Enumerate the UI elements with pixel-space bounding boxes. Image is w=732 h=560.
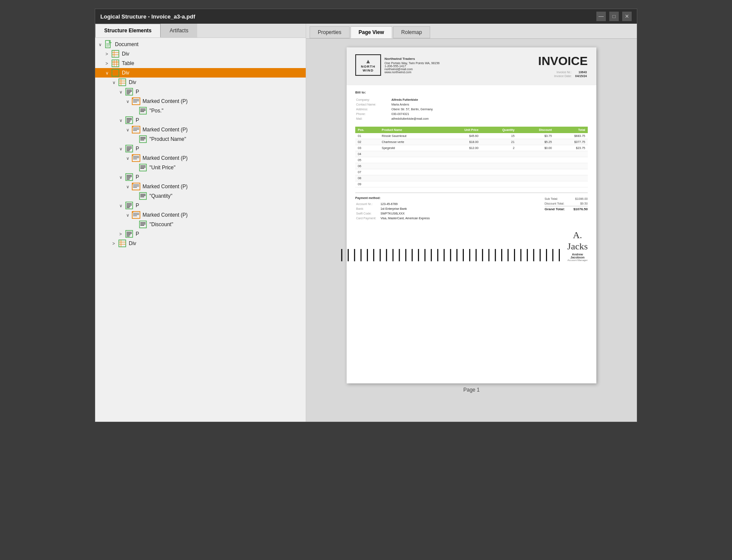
page-view-container[interactable]: ▲ NORTH WIND Northwind Traders One Porta… (306, 39, 637, 422)
div3-icon (118, 78, 127, 86)
invoice-meta: Invoice Nr.: 10643 Invoice Date: 04/15/2… (538, 70, 588, 78)
tab-properties[interactable]: Properties (310, 26, 350, 38)
payment-details-table: Account Nr.: 123-45-6789 Bank: 1st Enter… (355, 201, 431, 221)
toggle-mc2[interactable] (124, 127, 130, 133)
p5-icon (125, 202, 133, 209)
table-row: 04 (355, 151, 588, 157)
bill-label-address: Address: (356, 107, 391, 111)
toggle-p2[interactable] (118, 117, 124, 123)
tree-node-mc2[interactable]: Marked Content (P) (95, 125, 306, 134)
cell-discount: $3.75 (517, 133, 555, 139)
tree-container[interactable]: Document Div (95, 38, 306, 422)
tree-node-document[interactable]: Document (95, 40, 306, 49)
tab-rolemap[interactable]: Rolemap (393, 26, 430, 38)
right-tabs-bar: Properties Page View Rolemap (306, 24, 637, 39)
tree-node-txt1[interactable]: "Pos." (95, 106, 306, 115)
toggle-div4[interactable] (111, 240, 117, 246)
tree-node-txt4[interactable]: "Quantity" (95, 191, 306, 201)
bill-to-heading: Bill to: (355, 90, 588, 94)
tree-node-div1[interactable]: Div (95, 49, 306, 59)
node-label-mc1: Marked Content (P) (143, 98, 188, 104)
tree-node-txt3[interactable]: "Unit Price" (95, 163, 306, 172)
invoice-header: ▲ NORTH WIND Northwind Traders One Porta… (347, 47, 596, 85)
node-label-p5: P (136, 202, 139, 208)
node-label-p3: P (136, 146, 139, 152)
cell-product: Rössle Sauerkraut (379, 133, 441, 139)
node-label-div1: Div (122, 51, 129, 57)
totals-section: Payment method: Account Nr.: 123-45-6789… (355, 193, 588, 221)
toggle-p6[interactable] (118, 231, 124, 237)
tab-structure-elements[interactable]: Structure Elements (95, 24, 161, 37)
col-product: Product Name (379, 127, 441, 133)
subtotal-label: Sub Total: (545, 197, 558, 200)
invoice-title-area: INVOICE Invoice Nr.: 10643 Invoice Date: (538, 54, 588, 78)
invoice-title: INVOICE (538, 54, 588, 68)
payment-bank-value: 1st Enterprise Bank (381, 207, 430, 211)
toggle-table[interactable] (104, 60, 110, 66)
bill-value-phone: 030-0074321 (391, 112, 587, 116)
toggle-p3[interactable] (118, 146, 124, 152)
tree-node-p4[interactable]: P (95, 172, 306, 182)
cell-total: $683.75 (555, 133, 588, 139)
table-row: 08 (355, 175, 588, 181)
p3-icon (125, 145, 133, 152)
toggle-document[interactable] (97, 41, 103, 47)
tree-node-p6[interactable]: P (95, 229, 306, 239)
toggle-div2[interactable] (104, 70, 110, 76)
tree-node-txt5[interactable]: "Discount" (95, 220, 306, 229)
tree-node-mc5[interactable]: Marked Content (P) (95, 210, 306, 220)
node-label-document: Document (115, 41, 139, 47)
left-panel: Structure Elements Artifacts (95, 24, 306, 422)
toggle-p4[interactable] (118, 174, 124, 180)
bill-label-contact: Contact Name: (356, 103, 391, 106)
discount-line: Discount Total: $9.50 (545, 201, 588, 206)
tree-node-mc1[interactable]: Marked Content (P) (95, 96, 306, 106)
cell-unit-price: $45.60 (441, 133, 481, 139)
svg-rect-17 (119, 79, 126, 86)
tree-node-mc3[interactable]: Marked Content (P) (95, 153, 306, 163)
node-label-mc2: Marked Content (P) (143, 127, 188, 133)
tree-node-p3[interactable]: P (95, 144, 306, 153)
company-logo: ▲ NORTH WIND (355, 54, 381, 76)
payment-swift-label: Swift Code: (356, 212, 380, 215)
toggle-p5[interactable] (118, 202, 124, 208)
node-label-p2: P (136, 117, 139, 123)
bill-value-contact: Maria Anders (391, 103, 587, 106)
toggle-mc5[interactable] (124, 212, 130, 218)
toggle-div3[interactable] (111, 79, 117, 85)
tab-artifacts[interactable]: Artifacts (161, 24, 197, 37)
tree-node-p1[interactable]: P (95, 87, 306, 96)
tree-node-txt2[interactable]: "Product Name" (95, 134, 306, 144)
toggle-mc4[interactable] (124, 184, 130, 190)
svg-rect-8 (112, 60, 119, 67)
payment-bank-label: Bank: (356, 207, 380, 211)
div1-icon (111, 50, 120, 58)
tree-node-p2[interactable]: P (95, 115, 306, 125)
svg-rect-40 (132, 126, 140, 133)
tree-node-div2[interactable]: Div (95, 68, 306, 78)
svg-rect-31 (140, 107, 146, 114)
toggle-mc3[interactable] (124, 155, 130, 161)
tab-page-view[interactable]: Page View (350, 26, 392, 38)
minimize-button[interactable]: — (596, 12, 606, 21)
svg-marker-86 (132, 212, 134, 213)
close-button[interactable]: ✕ (622, 12, 632, 21)
table-row: 07 (355, 169, 588, 175)
cell-quantity: 21 (481, 139, 517, 145)
tree-node-div3[interactable]: Div (95, 78, 306, 87)
toggle-p1[interactable] (118, 89, 124, 95)
toggle-mc1[interactable] (124, 98, 130, 104)
mc2-icon (132, 126, 140, 134)
tree-node-table[interactable]: Table (95, 59, 306, 68)
maximize-button[interactable]: □ (609, 12, 619, 21)
svg-rect-54 (132, 155, 140, 162)
company-website: www.northwind.com (385, 71, 440, 74)
svg-rect-13 (112, 69, 119, 76)
node-label-p1: P (136, 89, 139, 95)
tree-node-div4[interactable]: Div (95, 239, 306, 248)
tree-node-p5[interactable]: P (95, 201, 306, 210)
toggle-div1[interactable] (104, 51, 110, 57)
node-label-txt4: "Quantity" (149, 193, 172, 199)
cell-quantity: 15 (481, 133, 517, 139)
tree-node-mc4[interactable]: Marked Content (P) (95, 182, 306, 191)
